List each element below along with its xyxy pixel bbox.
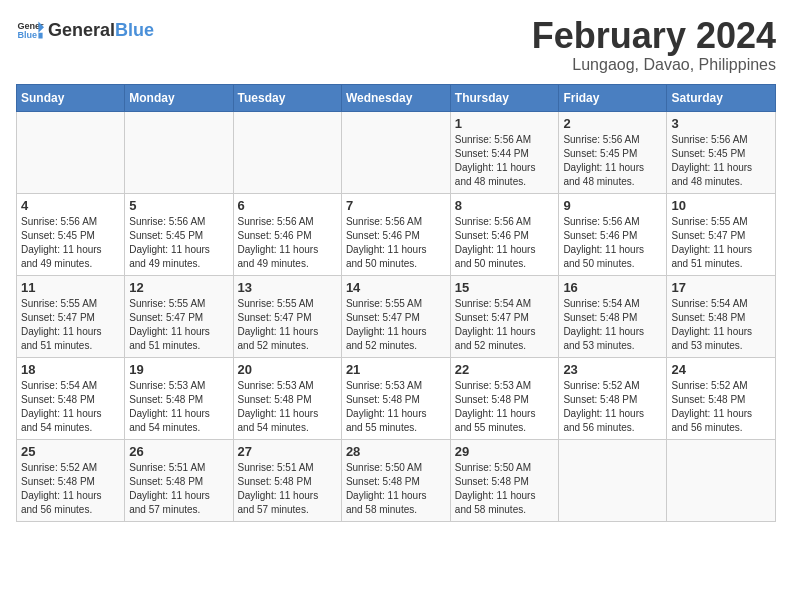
- weekday-header-row: SundayMondayTuesdayWednesdayThursdayFrid…: [17, 84, 776, 111]
- day-number: 19: [129, 362, 228, 377]
- day-info: Sunrise: 5:56 AM Sunset: 5:45 PM Dayligh…: [21, 215, 120, 271]
- day-number: 25: [21, 444, 120, 459]
- day-number: 12: [129, 280, 228, 295]
- calendar-cell: 25Sunrise: 5:52 AM Sunset: 5:48 PM Dayli…: [17, 439, 125, 521]
- calendar-cell: 4Sunrise: 5:56 AM Sunset: 5:45 PM Daylig…: [17, 193, 125, 275]
- day-info: Sunrise: 5:55 AM Sunset: 5:47 PM Dayligh…: [238, 297, 337, 353]
- day-number: 18: [21, 362, 120, 377]
- calendar-cell: [125, 111, 233, 193]
- day-info: Sunrise: 5:55 AM Sunset: 5:47 PM Dayligh…: [671, 215, 771, 271]
- calendar-week-row: 25Sunrise: 5:52 AM Sunset: 5:48 PM Dayli…: [17, 439, 776, 521]
- calendar-cell: 14Sunrise: 5:55 AM Sunset: 5:47 PM Dayli…: [341, 275, 450, 357]
- day-info: Sunrise: 5:50 AM Sunset: 5:48 PM Dayligh…: [346, 461, 446, 517]
- calendar-cell: 11Sunrise: 5:55 AM Sunset: 5:47 PM Dayli…: [17, 275, 125, 357]
- day-number: 7: [346, 198, 446, 213]
- weekday-header-saturday: Saturday: [667, 84, 776, 111]
- calendar-cell: 13Sunrise: 5:55 AM Sunset: 5:47 PM Dayli…: [233, 275, 341, 357]
- calendar-week-row: 4Sunrise: 5:56 AM Sunset: 5:45 PM Daylig…: [17, 193, 776, 275]
- calendar-cell: 17Sunrise: 5:54 AM Sunset: 5:48 PM Dayli…: [667, 275, 776, 357]
- day-number: 28: [346, 444, 446, 459]
- logo-icon: General Blue: [16, 16, 44, 44]
- weekday-header-friday: Friday: [559, 84, 667, 111]
- day-info: Sunrise: 5:55 AM Sunset: 5:47 PM Dayligh…: [21, 297, 120, 353]
- day-info: Sunrise: 5:54 AM Sunset: 5:48 PM Dayligh…: [563, 297, 662, 353]
- day-info: Sunrise: 5:51 AM Sunset: 5:48 PM Dayligh…: [238, 461, 337, 517]
- day-number: 1: [455, 116, 555, 131]
- weekday-header-tuesday: Tuesday: [233, 84, 341, 111]
- weekday-header-sunday: Sunday: [17, 84, 125, 111]
- day-number: 27: [238, 444, 337, 459]
- day-info: Sunrise: 5:56 AM Sunset: 5:46 PM Dayligh…: [455, 215, 555, 271]
- calendar-table: SundayMondayTuesdayWednesdayThursdayFrid…: [16, 84, 776, 522]
- day-number: 11: [21, 280, 120, 295]
- day-info: Sunrise: 5:53 AM Sunset: 5:48 PM Dayligh…: [455, 379, 555, 435]
- calendar-cell: 28Sunrise: 5:50 AM Sunset: 5:48 PM Dayli…: [341, 439, 450, 521]
- day-info: Sunrise: 5:53 AM Sunset: 5:48 PM Dayligh…: [129, 379, 228, 435]
- calendar-cell: 2Sunrise: 5:56 AM Sunset: 5:45 PM Daylig…: [559, 111, 667, 193]
- day-info: Sunrise: 5:55 AM Sunset: 5:47 PM Dayligh…: [346, 297, 446, 353]
- calendar-cell: 16Sunrise: 5:54 AM Sunset: 5:48 PM Dayli…: [559, 275, 667, 357]
- svg-text:Blue: Blue: [17, 30, 37, 40]
- day-info: Sunrise: 5:56 AM Sunset: 5:45 PM Dayligh…: [563, 133, 662, 189]
- calendar-cell: 22Sunrise: 5:53 AM Sunset: 5:48 PM Dayli…: [450, 357, 559, 439]
- day-info: Sunrise: 5:52 AM Sunset: 5:48 PM Dayligh…: [563, 379, 662, 435]
- calendar-cell: [341, 111, 450, 193]
- day-info: Sunrise: 5:50 AM Sunset: 5:48 PM Dayligh…: [455, 461, 555, 517]
- day-number: 20: [238, 362, 337, 377]
- day-number: 16: [563, 280, 662, 295]
- calendar-cell: 5Sunrise: 5:56 AM Sunset: 5:45 PM Daylig…: [125, 193, 233, 275]
- page-header: General Blue General Blue February 2024 …: [16, 16, 776, 74]
- day-number: 23: [563, 362, 662, 377]
- day-number: 14: [346, 280, 446, 295]
- day-number: 9: [563, 198, 662, 213]
- calendar-cell: 20Sunrise: 5:53 AM Sunset: 5:48 PM Dayli…: [233, 357, 341, 439]
- weekday-header-monday: Monday: [125, 84, 233, 111]
- calendar-cell: 15Sunrise: 5:54 AM Sunset: 5:47 PM Dayli…: [450, 275, 559, 357]
- day-info: Sunrise: 5:56 AM Sunset: 5:46 PM Dayligh…: [238, 215, 337, 271]
- day-number: 15: [455, 280, 555, 295]
- day-number: 8: [455, 198, 555, 213]
- day-number: 17: [671, 280, 771, 295]
- day-info: Sunrise: 5:56 AM Sunset: 5:46 PM Dayligh…: [346, 215, 446, 271]
- day-number: 22: [455, 362, 555, 377]
- weekday-header-wednesday: Wednesday: [341, 84, 450, 111]
- day-info: Sunrise: 5:52 AM Sunset: 5:48 PM Dayligh…: [21, 461, 120, 517]
- logo: General Blue General Blue: [16, 16, 154, 44]
- calendar-cell: [17, 111, 125, 193]
- day-info: Sunrise: 5:53 AM Sunset: 5:48 PM Dayligh…: [346, 379, 446, 435]
- calendar-cell: 24Sunrise: 5:52 AM Sunset: 5:48 PM Dayli…: [667, 357, 776, 439]
- page-subtitle: Lungaog, Davao, Philippines: [532, 56, 776, 74]
- day-number: 29: [455, 444, 555, 459]
- day-info: Sunrise: 5:56 AM Sunset: 5:45 PM Dayligh…: [671, 133, 771, 189]
- day-number: 26: [129, 444, 228, 459]
- day-number: 13: [238, 280, 337, 295]
- calendar-cell: [559, 439, 667, 521]
- day-number: 4: [21, 198, 120, 213]
- day-info: Sunrise: 5:56 AM Sunset: 5:46 PM Dayligh…: [563, 215, 662, 271]
- calendar-cell: 8Sunrise: 5:56 AM Sunset: 5:46 PM Daylig…: [450, 193, 559, 275]
- page-title: February 2024: [532, 16, 776, 56]
- day-number: 10: [671, 198, 771, 213]
- day-number: 24: [671, 362, 771, 377]
- calendar-cell: 19Sunrise: 5:53 AM Sunset: 5:48 PM Dayli…: [125, 357, 233, 439]
- calendar-cell: 23Sunrise: 5:52 AM Sunset: 5:48 PM Dayli…: [559, 357, 667, 439]
- calendar-cell: 6Sunrise: 5:56 AM Sunset: 5:46 PM Daylig…: [233, 193, 341, 275]
- calendar-cell: 1Sunrise: 5:56 AM Sunset: 5:44 PM Daylig…: [450, 111, 559, 193]
- calendar-cell: 12Sunrise: 5:55 AM Sunset: 5:47 PM Dayli…: [125, 275, 233, 357]
- calendar-cell: 29Sunrise: 5:50 AM Sunset: 5:48 PM Dayli…: [450, 439, 559, 521]
- day-info: Sunrise: 5:56 AM Sunset: 5:44 PM Dayligh…: [455, 133, 555, 189]
- day-info: Sunrise: 5:52 AM Sunset: 5:48 PM Dayligh…: [671, 379, 771, 435]
- calendar-cell: [233, 111, 341, 193]
- calendar-week-row: 1Sunrise: 5:56 AM Sunset: 5:44 PM Daylig…: [17, 111, 776, 193]
- calendar-week-row: 11Sunrise: 5:55 AM Sunset: 5:47 PM Dayli…: [17, 275, 776, 357]
- day-info: Sunrise: 5:55 AM Sunset: 5:47 PM Dayligh…: [129, 297, 228, 353]
- calendar-cell: 26Sunrise: 5:51 AM Sunset: 5:48 PM Dayli…: [125, 439, 233, 521]
- title-area: February 2024 Lungaog, Davao, Philippine…: [532, 16, 776, 74]
- calendar-cell: 9Sunrise: 5:56 AM Sunset: 5:46 PM Daylig…: [559, 193, 667, 275]
- day-number: 6: [238, 198, 337, 213]
- day-info: Sunrise: 5:56 AM Sunset: 5:45 PM Dayligh…: [129, 215, 228, 271]
- calendar-week-row: 18Sunrise: 5:54 AM Sunset: 5:48 PM Dayli…: [17, 357, 776, 439]
- day-info: Sunrise: 5:54 AM Sunset: 5:48 PM Dayligh…: [671, 297, 771, 353]
- day-number: 3: [671, 116, 771, 131]
- calendar-cell: [667, 439, 776, 521]
